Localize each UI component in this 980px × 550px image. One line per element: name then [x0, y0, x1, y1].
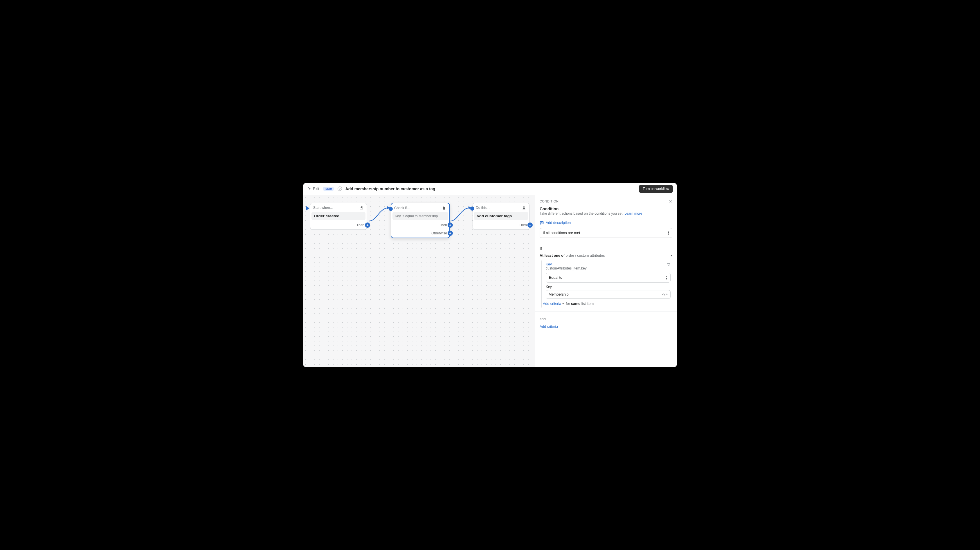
svg-point-2 — [523, 206, 525, 208]
exit-button[interactable]: Exit — [307, 187, 319, 191]
delete-criteria-button[interactable] — [667, 262, 671, 267]
port-then: Then + — [473, 221, 529, 230]
same-item-hint: for same list item — [566, 302, 593, 306]
divider — [535, 242, 677, 242]
criteria-card: Key customAttributes_item.key Equal to ▴… — [541, 260, 672, 307]
code-toggle-icon[interactable]: </> — [662, 292, 668, 296]
add-criteria-button[interactable]: Add criteria ▾ — [543, 302, 564, 306]
clipboard-icon — [442, 206, 447, 210]
exit-label: Exit — [313, 187, 319, 191]
select-arrows-icon: ▴▾ — [668, 231, 669, 235]
condition-panel: CONDITION ✕ Condition Take different act… — [535, 195, 677, 367]
svg-rect-1 — [444, 206, 445, 207]
close-panel-button[interactable]: ✕ — [669, 199, 672, 204]
value-label: Key — [546, 285, 671, 289]
if-label: If — [539, 246, 672, 250]
check-icon — [337, 187, 342, 191]
start-indicator-icon — [306, 206, 309, 211]
port-then: Then + — [310, 221, 367, 230]
person-icon — [522, 205, 526, 210]
node-action[interactable]: Do this... Add customer tags Then + — [473, 203, 530, 230]
node-check-condition[interactable]: Check if... Key is equal to Membership T… — [391, 203, 450, 238]
operator-select[interactable]: Equal to ▴▾ — [546, 273, 671, 282]
status-badge: Draft — [323, 187, 334, 191]
node-title: Add customer tags — [474, 212, 528, 220]
exit-icon — [307, 187, 311, 191]
node-head-label: Check if... — [394, 206, 410, 210]
add-description-button[interactable]: Add description — [539, 221, 672, 225]
workflow-title: Add membership number to customer as a t… — [345, 187, 436, 191]
criteria-key-link[interactable]: Key — [546, 262, 587, 266]
chevron-down-icon: ▾ — [671, 254, 672, 257]
panel-description: Take different actions based on the cond… — [539, 211, 672, 216]
add-branch-button[interactable]: + — [448, 222, 453, 228]
main-area: Start when... Order created Then + Check… — [303, 195, 677, 367]
port-then: Then + — [391, 221, 449, 230]
add-branch-button[interactable]: + — [365, 222, 370, 228]
node-subtitle: Key is equal to Membership — [393, 212, 448, 220]
node-head-label: Start when... — [313, 206, 332, 210]
criteria-key-path: customAttributes_item.key — [546, 266, 587, 270]
learn-more-link[interactable]: Learn more — [624, 211, 642, 216]
input-port-icon — [470, 206, 474, 211]
app-window: Exit Draft Add membership number to cust… — [303, 183, 677, 367]
match-rule-select[interactable]: If all conditions are met ▴▾ — [539, 228, 672, 238]
add-branch-button[interactable]: + — [527, 222, 533, 228]
top-bar: Exit Draft Add membership number to cust… — [303, 183, 677, 195]
panel-title: Condition — [539, 206, 672, 211]
add-branch-button[interactable]: + — [448, 231, 453, 236]
node-head-label: Do this... — [476, 206, 489, 210]
select-arrows-icon: ▴▾ — [666, 275, 667, 280]
add-criteria-button-2[interactable]: Add criteria — [539, 325, 672, 329]
svg-rect-0 — [443, 206, 445, 209]
speech-icon — [539, 221, 544, 225]
port-otherwise: Otherwise + — [391, 230, 449, 238]
rule-scope-row[interactable]: At least one of order / custom attribute… — [539, 254, 672, 258]
node-start[interactable]: Start when... Order created Then + — [310, 203, 367, 230]
chevron-down-icon: ▾ — [562, 302, 564, 306]
import-icon — [359, 205, 364, 210]
trash-icon — [667, 262, 671, 266]
node-title: Order created — [312, 212, 366, 220]
turn-on-workflow-button[interactable]: Turn on workflow — [639, 185, 673, 193]
workflow-canvas[interactable]: Start when... Order created Then + Check… — [303, 195, 535, 367]
panel-eyebrow: CONDITION — [539, 200, 558, 203]
and-label: and — [539, 317, 672, 321]
input-port-icon — [389, 207, 393, 211]
value-input[interactable]: Membership </> — [546, 290, 671, 299]
